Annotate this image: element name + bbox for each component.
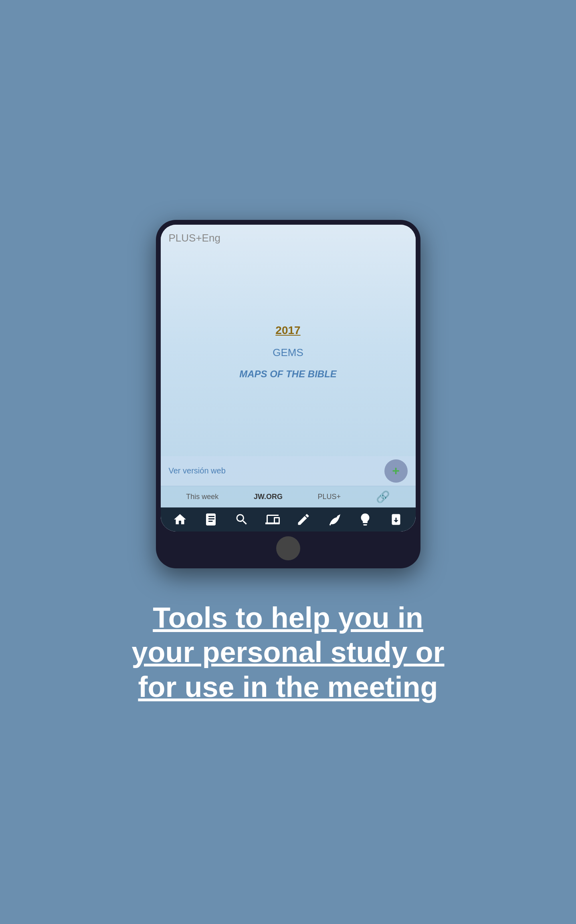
notes-icon[interactable] — [296, 512, 311, 527]
ver-version-link[interactable]: Ver versión web — [169, 466, 226, 475]
tagline-line1: Tools to help you in — [153, 602, 423, 634]
tablet-screen: PLUS+Eng 2017 GEMS MAPS OF THE BIBLE Ver… — [161, 225, 416, 531]
leaf-icon[interactable] — [327, 512, 342, 527]
link-2017[interactable]: 2017 — [275, 324, 300, 337]
tab-jworg[interactable]: JW.ORG — [254, 493, 283, 501]
screen-main: 2017 GEMS MAPS OF THE BIBLE — [161, 248, 416, 456]
nav-tabs: This week JW.ORG PLUS+ 🔗 — [161, 486, 416, 507]
tab-plus[interactable]: PLUS+ — [318, 493, 341, 501]
icon-bar — [161, 507, 416, 531]
bottom-action-bar: Ver versión web + — [161, 456, 416, 486]
bible-icon[interactable] — [204, 512, 218, 527]
link-maps[interactable]: MAPS OF THE BIBLE — [239, 368, 337, 380]
chain-icon: 🔗 — [376, 490, 390, 503]
home-icon[interactable] — [173, 512, 187, 527]
screen-header: PLUS+Eng — [161, 225, 416, 248]
page-container: PLUS+Eng 2017 GEMS MAPS OF THE BIBLE Ver… — [0, 0, 576, 924]
tablet-device: PLUS+Eng 2017 GEMS MAPS OF THE BIBLE Ver… — [156, 220, 420, 568]
scales-icon[interactable] — [389, 512, 403, 527]
tagline-line3: for use in the meeting — [138, 671, 438, 703]
main-tagline: Tools to help you in your personal study… — [131, 600, 444, 704]
lightbulb-icon[interactable] — [358, 512, 372, 527]
link-gems[interactable]: GEMS — [273, 346, 303, 359]
search-icon[interactable] — [234, 512, 249, 527]
tab-this-week[interactable]: This week — [186, 493, 218, 501]
tagline-line2: your personal study or — [131, 636, 444, 668]
screen-content: PLUS+Eng 2017 GEMS MAPS OF THE BIBLE Ver… — [161, 225, 416, 531]
plus-button[interactable]: + — [384, 459, 408, 483]
app-title: PLUS+Eng — [169, 232, 220, 244]
cards-icon[interactable] — [265, 512, 280, 527]
bottom-text-container: Tools to help you in your personal study… — [115, 600, 460, 704]
tablet-home-button[interactable] — [276, 536, 300, 560]
